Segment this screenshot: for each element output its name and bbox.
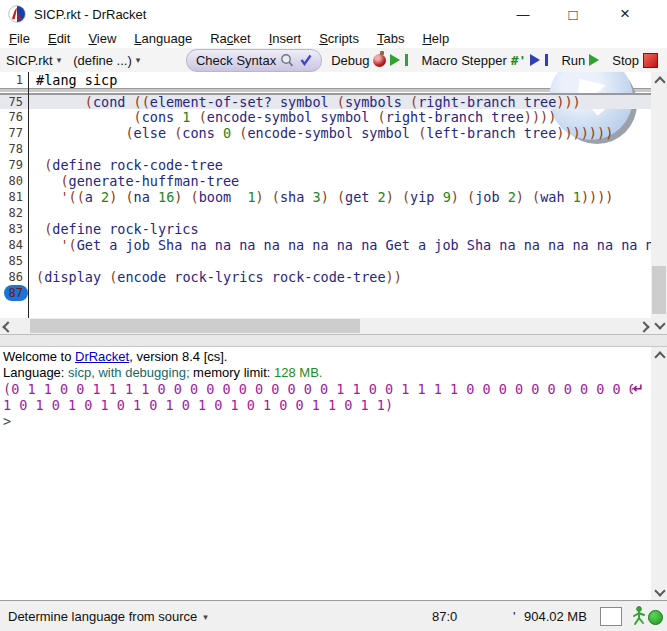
code-text: '(Get a job Sha na na na na na na na na … — [28, 237, 651, 253]
chevron-down-icon: ▾ — [57, 55, 62, 65]
line-number: 76 — [0, 109, 28, 125]
line-number: 84 — [0, 237, 28, 253]
menu-bar: FileEditViewLanguageRacketInsertScriptsT… — [0, 28, 667, 49]
code-text: (generate-huffman-tree — [28, 173, 239, 189]
line-number: 81 — [0, 189, 28, 205]
line-number: 75 — [0, 95, 28, 109]
status-tick: ' — [513, 609, 515, 624]
code-line[interactable]: 86(display (encode rock-lyrics rock-code… — [0, 269, 651, 285]
scroll-down-icon[interactable] — [654, 318, 665, 329]
code-line[interactable]: 79 (define rock-code-tree — [0, 157, 651, 173]
debug-button[interactable]: Debug — [327, 53, 412, 68]
code-text: (cond ((element-of-set? symbol (symbols … — [28, 95, 581, 109]
step-bar-icon — [545, 54, 548, 66]
code-line[interactable]: 80 (generate-huffman-tree — [0, 173, 651, 189]
menu-item-tabs[interactable]: Tabs — [368, 31, 413, 46]
code-line[interactable]: 87 — [0, 285, 651, 301]
menu-item-scripts[interactable]: Scripts — [310, 31, 368, 46]
running-man-icon — [631, 606, 646, 626]
play-icon — [390, 54, 400, 66]
pane-splitter[interactable] — [0, 334, 667, 347]
window-titlebar: SICP.rkt - DrRacket — □ × — [0, 0, 667, 28]
code-line[interactable]: 75 (cond ((element-of-set? symbol (symbo… — [0, 93, 651, 109]
macro-stepper-button[interactable]: Macro Stepper #' — [417, 53, 552, 68]
scroll-right-icon[interactable] — [638, 321, 649, 332]
maximize-button[interactable]: □ — [556, 0, 590, 28]
cursor-position: 87:0 — [432, 609, 457, 624]
menu-item-help[interactable]: Help — [413, 31, 458, 46]
current-line-number-pill: 87 — [4, 285, 28, 301]
code-line[interactable]: 76 (cons 1 (encode-symbol symbol (right-… — [0, 109, 651, 125]
vscroll-thumb[interactable] — [652, 266, 666, 314]
line-number: 86 — [0, 269, 28, 285]
line-wrap-icon: ↵ — [633, 381, 644, 396]
stop-button[interactable]: Stop — [608, 53, 662, 68]
interactions-pane[interactable]: Welcome to DrRacket, version 8.4 [cs]. L… — [0, 347, 651, 600]
code-line[interactable]: 84 '(Get a job Sha na na na na na na na … — [0, 237, 651, 253]
chevron-down-icon: ▾ — [203, 612, 208, 622]
definitions-editor[interactable]: 1#lang sicp75 (cond ((element-of-set? sy… — [0, 72, 651, 318]
run-icon — [589, 54, 599, 66]
code-text: (cons 1 (encode-symbol symbol (right-bra… — [28, 109, 556, 125]
program-output-line: 1 0 1 0 1 0 1 0 1 0 1 0 1 0 1 0 1 0 0 1 … — [3, 397, 633, 413]
line-number: 87 — [0, 285, 28, 301]
memory-usage: 904.02 MB — [524, 609, 587, 624]
minimize-button[interactable]: — — [506, 0, 540, 28]
toolbar: SICP.rkt ▾ (define ...) ▾ Check Syntax D… — [0, 48, 667, 72]
code-line[interactable]: 85 — [0, 253, 651, 269]
menu-item-language[interactable]: Language — [125, 31, 201, 46]
scroll-down-icon[interactable] — [654, 585, 665, 596]
status-indicator-dot — [648, 610, 663, 625]
check-icon — [300, 54, 312, 66]
code-text: (define rock-code-tree — [28, 157, 223, 173]
code-line[interactable]: 78 — [0, 141, 651, 157]
repl-vscrollbar[interactable] — [651, 347, 667, 600]
repl-prompt: > — [3, 413, 11, 429]
recycle-memory-button[interactable] — [600, 607, 622, 626]
code-line[interactable]: 81 '((a 2) (na 16) (boom 1) (sha 3) (get… — [0, 189, 651, 205]
scroll-left-icon[interactable] — [2, 321, 13, 332]
line-number: 83 — [0, 221, 28, 237]
code-line[interactable]: 83 (define rock-lyrics — [0, 221, 651, 237]
file-tab-dropdown[interactable]: SICP.rkt ▾ — [0, 53, 67, 68]
code-text: (else (cons 0 (encode-symbol symbol (lef… — [28, 125, 613, 141]
line-number: 77 — [0, 125, 28, 141]
menu-item-file[interactable]: File — [0, 31, 39, 46]
line-number: 85 — [0, 253, 28, 269]
chevron-down-icon: ▾ — [136, 55, 141, 65]
menu-item-edit[interactable]: Edit — [39, 31, 79, 46]
status-bar: Determine language from source ▾ 87:0 ' … — [0, 600, 667, 631]
code-line[interactable]: 1#lang sicp — [0, 72, 651, 88]
code-text: (define rock-lyrics — [28, 221, 199, 237]
code-text: (display (encode rock-lyrics rock-code-t… — [28, 269, 402, 285]
scroll-up-icon[interactable] — [654, 351, 665, 362]
check-syntax-button[interactable]: Check Syntax — [186, 49, 322, 72]
close-button[interactable]: × — [608, 0, 642, 28]
code-line[interactable]: 82 — [0, 205, 651, 221]
line-number: 79 — [0, 157, 28, 173]
macro-hash-icon: #' — [511, 53, 527, 68]
definition-jump-dropdown[interactable]: (define ...) ▾ — [67, 53, 146, 68]
scroll-up-icon[interactable] — [654, 76, 665, 87]
code-text — [28, 285, 36, 301]
run-button[interactable]: Run — [557, 53, 603, 68]
language-selector-dropdown[interactable]: Determine language from source ▾ — [8, 609, 208, 624]
program-output-line: (0 1 1 0 0 1 1 1 1 0 0 0 0 0 0 0 0 0 0 0… — [3, 381, 633, 397]
code-text: #lang sicp — [28, 72, 117, 88]
line-number: 78 — [0, 141, 28, 157]
stop-icon — [643, 53, 658, 68]
language-line: Language: sicp, with debugging; memory l… — [3, 365, 322, 381]
editor-hscrollbar[interactable] — [0, 318, 651, 334]
gutter-divider — [28, 72, 29, 318]
line-number: 82 — [0, 205, 28, 221]
bomb-icon — [373, 54, 386, 67]
step-bar-icon — [405, 54, 408, 66]
line-number: 1 — [0, 72, 28, 88]
editor-vscrollbar[interactable] — [651, 72, 667, 334]
menu-item-view[interactable]: View — [79, 31, 125, 46]
code-text — [28, 205, 36, 221]
menu-item-insert[interactable]: Insert — [260, 31, 311, 46]
code-line[interactable]: 77 (else (cons 0 (encode-symbol symbol (… — [0, 125, 651, 141]
hscroll-thumb[interactable] — [30, 319, 360, 333]
menu-item-racket[interactable]: Racket — [201, 31, 259, 46]
